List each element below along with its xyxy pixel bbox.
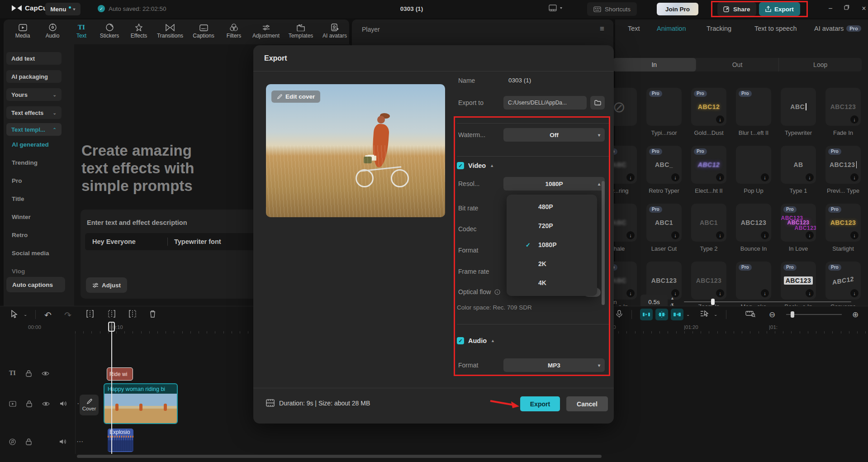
delete-button[interactable] — [149, 310, 156, 318]
animation-card[interactable]: ABC1 Pro ↓ — [646, 204, 682, 242]
animation-card[interactable]: ABC12 Pro ↓ — [825, 262, 861, 300]
split-button[interactable] — [86, 310, 94, 318]
link-clips-button[interactable] — [671, 309, 683, 320]
export-confirm-button[interactable]: Export — [520, 396, 560, 411]
tab-audio[interactable]: Audio — [38, 22, 67, 39]
audio-checkbox[interactable]: ✓ — [457, 337, 464, 344]
collapse-icon[interactable]: ▲ — [491, 338, 495, 343]
cover-button[interactable]: Cover — [80, 395, 99, 415]
sidebar-item-pro[interactable]: Pro — [12, 177, 22, 184]
resolution-option[interactable]: 720P — [507, 216, 597, 235]
export-button-top[interactable]: Export — [759, 2, 800, 16]
tab-stickers[interactable]: Stickers — [95, 22, 124, 39]
sidebar-item-title[interactable]: Title — [12, 195, 24, 202]
resolution-option[interactable]: 4K — [507, 273, 597, 292]
record-voiceover-button[interactable] — [616, 310, 622, 318]
window-maximize-button[interactable] — [844, 5, 853, 10]
animation-card[interactable]: ABC_ Pro ↓ — [646, 146, 682, 184]
animation-card[interactable]: ABC123 ↓ — [646, 262, 682, 300]
animation-card[interactable]: ABC123 Pro ↓ — [825, 204, 861, 242]
download-icon[interactable]: ↓ — [761, 231, 769, 239]
download-icon[interactable]: ↓ — [761, 173, 769, 181]
download-icon[interactable]: ↓ — [850, 173, 859, 181]
download-icon[interactable]: ↓ — [850, 115, 859, 124]
split-keep-right-button[interactable] — [128, 310, 137, 318]
prompt-font-value[interactable]: Typewriter font — [174, 238, 221, 245]
zoom-out-icon[interactable]: ⊖ — [769, 310, 775, 319]
slider-handle[interactable] — [711, 299, 715, 305]
animation-card[interactable]: ABC — [781, 88, 816, 126]
tab-ai-avatars-panel[interactable]: AI avatarsPro — [814, 25, 861, 32]
animation-card[interactable]: ABC12 Pro ↓ — [691, 88, 726, 126]
tab-text[interactable]: TI Text — [67, 22, 96, 39]
tab-ai-avatars[interactable]: AI avatars — [320, 22, 349, 39]
phase-tab[interactable]: Out — [696, 58, 779, 71]
watermark-dropdown[interactable]: Off ▾ — [503, 128, 605, 142]
tab-templates[interactable]: Templates — [286, 22, 315, 39]
animation-card[interactable]: ABC123 ↓ — [691, 262, 726, 300]
export-path-input[interactable]: C:/Users/DELL/AppDa... — [503, 96, 587, 110]
dialog-scrollbar[interactable] — [602, 181, 605, 305]
tab-text-properties[interactable]: Text — [628, 25, 640, 32]
animation-card[interactable]: Pro — [736, 88, 771, 126]
window-close-button[interactable]: × — [859, 5, 868, 13]
tab-text-to-speech[interactable]: Text to speech — [754, 25, 797, 32]
name-value[interactable]: 0303 (1) — [508, 77, 531, 84]
speaker-icon[interactable] — [59, 438, 66, 445]
animation-card[interactable]: ABC1 ↓ — [691, 204, 726, 242]
playhead-handle[interactable] — [108, 322, 115, 332]
redo-button[interactable]: ↷ — [64, 310, 71, 320]
timeline-zoom-slider[interactable] — [786, 314, 842, 315]
browse-folder-button[interactable] — [590, 96, 605, 110]
video-clip[interactable]: Happy woman riding bi — [104, 383, 178, 424]
magnetic-snap-button[interactable] — [640, 309, 653, 320]
animation-card[interactable]: Pro ↓ — [736, 262, 771, 300]
split-keep-left-button[interactable] — [108, 310, 116, 318]
join-pro-button[interactable]: Join Pro — [657, 3, 698, 15]
animation-card[interactable]: ABC123 Pro ↓ — [781, 204, 816, 242]
speaker-icon[interactable] — [60, 400, 67, 407]
select-tool-button[interactable] — [11, 310, 18, 318]
sidebar-item-add-text[interactable]: Add text — [6, 52, 62, 65]
tab-filters[interactable]: Filters — [219, 22, 248, 39]
download-icon[interactable]: ↓ — [716, 231, 724, 239]
lock-icon[interactable] — [26, 370, 32, 377]
tab-tracking[interactable]: Tracking — [707, 25, 731, 32]
prompt-text-value[interactable]: Hey Everyone — [92, 238, 165, 245]
animation-card[interactable]: ↓ — [736, 146, 771, 184]
eye-icon[interactable] — [42, 371, 49, 376]
download-icon[interactable]: ↓ — [806, 231, 814, 239]
tab-effects[interactable]: Effects — [124, 22, 153, 39]
edit-cover-button[interactable]: Edit cover — [271, 90, 320, 103]
hamburger-menu-icon[interactable]: ≡ — [600, 24, 604, 33]
resolution-option[interactable]: 480P — [507, 197, 597, 216]
auto-captions-button[interactable]: Auto captions — [6, 277, 65, 292]
video-checkbox[interactable]: ✓ — [457, 162, 464, 169]
lock-icon[interactable] — [26, 400, 32, 407]
auto-splice-button[interactable] — [655, 309, 668, 320]
timeline-scale-button[interactable] — [745, 310, 755, 317]
chevron-down-icon[interactable]: ⌄ — [714, 313, 717, 317]
audio-format-dropdown[interactable]: MP3 ▾ — [503, 358, 605, 372]
sidebar-item-ai-generated[interactable]: AI generated — [12, 141, 49, 148]
cancel-button[interactable]: Cancel — [566, 396, 608, 411]
adjust-button[interactable]: Adjust — [86, 277, 127, 293]
animation-card[interactable]: AB ↓ — [781, 146, 816, 184]
collapse-icon[interactable]: ▲ — [490, 163, 494, 168]
animation-card[interactable]: ABC123 Pro ↓ — [781, 262, 816, 300]
chevron-down-icon[interactable]: ⌄ — [686, 313, 690, 317]
animation-card[interactable]: ABC123 Pro ↓ — [825, 146, 861, 184]
animation-card[interactable]: ABC123 ↓ — [825, 88, 861, 126]
tab-captions[interactable]: Captions — [189, 22, 218, 39]
timeline-horizontal-scrollbar[interactable] — [77, 455, 602, 458]
text-clip[interactable]: Ride wi — [107, 367, 133, 381]
slider-handle[interactable] — [791, 311, 794, 318]
zoom-in-icon[interactable]: ⊕ — [852, 310, 859, 319]
animation-card[interactable]: Pro — [646, 88, 682, 126]
tab-transitions[interactable]: Transitions — [156, 22, 185, 39]
sidebar-item-social-media[interactable]: Social media — [12, 250, 49, 257]
download-icon[interactable]: ↓ — [716, 115, 724, 124]
sidebar-item-retro[interactable]: Retro — [12, 232, 28, 238]
download-icon[interactable]: ↓ — [850, 231, 859, 239]
share-button[interactable]: Share — [717, 2, 756, 16]
